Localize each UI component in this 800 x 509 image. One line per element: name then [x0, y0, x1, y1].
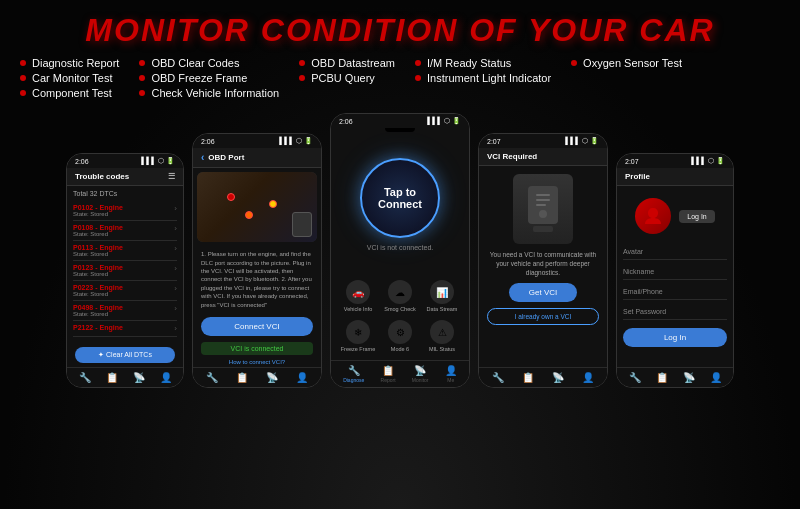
nav-tab-monitor[interactable]: 📡 Monitor	[412, 365, 429, 383]
monitor-icon: 📡	[266, 372, 278, 383]
tc-code: P0123 - Engine	[73, 264, 123, 271]
phone3-nav: 🔧 Diagnose 📋 Report 📡 Monitor 👤 Me	[331, 360, 469, 387]
data-stream-button[interactable]: 📊 Data Stream	[423, 280, 461, 312]
feature-item: I/M Ready Status	[415, 57, 551, 69]
chevron-right-icon: ›	[174, 244, 177, 253]
nav-tab-diagnose[interactable]: 🔧 Diagnose	[343, 365, 364, 383]
tc-sub: State: Stored	[73, 211, 123, 217]
svg-rect-4	[536, 204, 546, 206]
mil-status-button[interactable]: ⚠ MIL Status	[423, 320, 461, 352]
nav-tab-me[interactable]: 👤	[582, 372, 594, 383]
nav-tab-report[interactable]: 📋	[656, 372, 668, 383]
nav-tab-diagnose[interactable]: 🔧	[492, 372, 504, 383]
profile-field-avatar: Avatar	[623, 244, 727, 260]
back-arrow-icon[interactable]: ‹	[201, 152, 204, 163]
nav-tab-me[interactable]: 👤 Me	[445, 365, 457, 383]
nav-tab-diagnose[interactable]: 🔧	[206, 372, 218, 383]
nav-tab-report[interactable]: 📋	[522, 372, 534, 383]
table-row: P2122 - Engine ›	[73, 321, 177, 337]
table-row: P0113 - EngineState: Stored ›	[73, 241, 177, 261]
phone1-signal: ▌▌▌ ⬡ 🔋	[141, 157, 175, 165]
log-in-button-main[interactable]: Log In	[623, 328, 727, 347]
bullet-icon	[139, 90, 145, 96]
mode6-icon: ⚙	[388, 320, 412, 344]
profile-content: Log In Avatar Nickname Email/Phone Set P…	[617, 186, 733, 367]
bullet-icon	[139, 75, 145, 81]
get-vci-button[interactable]: Get VCI	[509, 283, 577, 302]
freeze-icon: ❄	[346, 320, 370, 344]
phone5-signal: ▌▌▌ ⬡ 🔋	[691, 157, 725, 165]
features-col-5: Oxygen Sensor Test	[571, 57, 682, 99]
table-row: P0102 - EngineState: Stored ›	[73, 201, 177, 221]
obd-device-icon	[292, 212, 312, 237]
vehicle-info-button[interactable]: 🚗 Vehicle Info	[339, 280, 377, 312]
obd-indicator-dot	[227, 193, 235, 201]
phone4-title: VCI Required	[487, 152, 537, 161]
already-own-vci-button[interactable]: I already own a VCI	[487, 308, 599, 325]
phone3-icons-row2: ❄ Freeze Frame ⚙ Mode 6 ⚠ MIL Status	[331, 316, 469, 360]
phone5-time: 2:07	[625, 158, 639, 165]
bullet-icon	[20, 90, 26, 96]
phone-trouble-codes: 2:06 ▌▌▌ ⬡ 🔋 Trouble codes ☰ Total 32 DT…	[66, 153, 184, 388]
vci-device-image	[513, 174, 573, 244]
mode6-label: Mode 6	[391, 346, 409, 352]
monitor-icon: 📡	[552, 372, 564, 383]
nav-monitor-label: Monitor	[412, 377, 429, 383]
vci-connection-status: VCI is not connected.	[367, 244, 434, 251]
feature-item: Oxygen Sensor Test	[571, 57, 682, 69]
phone-main: 2:06 ▌▌▌ ⬡ 🔋 Tap to Connect VCI is not c…	[330, 113, 470, 388]
phone4-signal: ▌▌▌ ⬡ 🔋	[565, 137, 599, 145]
profile-field-email: Email/Phone	[623, 284, 727, 300]
log-in-button-small[interactable]: Log In	[679, 210, 714, 223]
nav-tab-monitor[interactable]: 📡	[133, 372, 145, 383]
chevron-right-icon: ›	[174, 264, 177, 273]
nav-tab-me[interactable]: 👤	[296, 372, 308, 383]
phone2-header: ‹ OBD Port	[193, 148, 321, 168]
feature-item: Component Test	[20, 87, 119, 99]
how-to-connect-link[interactable]: How to connect VCI?	[193, 357, 321, 367]
phone3-signal: ▌▌▌ ⬡ 🔋	[427, 117, 461, 125]
feature-item: OBD Freeze Frame	[139, 72, 279, 84]
phone-profile: 2:07 ▌▌▌ ⬡ 🔋 Profile Log In	[616, 153, 734, 388]
feature-item: Diagnostic Report	[20, 57, 119, 69]
nav-tab-diagnose[interactable]: 🔧	[79, 372, 91, 383]
nav-tab-monitor[interactable]: 📡	[552, 372, 564, 383]
tc-code: P2122 - Engine	[73, 324, 123, 331]
clear-all-dtcs-button[interactable]: ✦ Clear All DTCs	[75, 347, 175, 363]
phone2-title: OBD Port	[208, 153, 244, 162]
smog-icon: ☁	[388, 280, 412, 304]
freeze-frame-button[interactable]: ❄ Freeze Frame	[339, 320, 377, 352]
bullet-icon	[415, 60, 421, 66]
phone1-nav: 🔧 📋 📡 👤	[67, 367, 183, 387]
nav-tab-report[interactable]: 📋	[236, 372, 248, 383]
connect-vci-button[interactable]: Connect VCI	[201, 317, 313, 336]
bullet-icon	[299, 75, 305, 81]
tc-sub: State: Stored	[73, 271, 123, 277]
smog-check-button[interactable]: ☁ Smog Check	[381, 280, 419, 312]
tap-connect-area[interactable]: Tap to Connect VCI is not connected.	[331, 132, 469, 276]
diagnose-icon: 🔧	[206, 372, 218, 383]
feature-item: OBD Clear Codes	[139, 57, 279, 69]
tap-to-connect-button[interactable]: Tap to Connect	[360, 158, 440, 238]
phone1-header: Trouble codes ☰	[67, 168, 183, 186]
nav-tab-monitor[interactable]: 📡	[266, 372, 278, 383]
phone5-title: Profile	[625, 172, 650, 181]
nav-tab-monitor[interactable]: 📡	[683, 372, 695, 383]
mode6-button[interactable]: ⚙ Mode 6	[381, 320, 419, 352]
phone5-statusbar: 2:07 ▌▌▌ ⬡ 🔋	[617, 154, 733, 168]
nav-tab-me[interactable]: 👤	[160, 372, 172, 383]
bullet-icon	[139, 60, 145, 66]
nav-tab-me[interactable]: 👤	[710, 372, 722, 383]
nav-tab-report[interactable]: 📋	[106, 372, 118, 383]
features-col-4: I/M Ready Status Instrument Light Indica…	[415, 57, 551, 99]
phone-obd-port: 2:06 ▌▌▌ ⬡ 🔋 ‹ OBD Port 1. Pl	[192, 133, 322, 388]
phone3-statusbar: 2:06 ▌▌▌ ⬡ 🔋	[331, 114, 469, 128]
nav-tab-report[interactable]: 📋 Report	[381, 365, 396, 383]
features-col-3: OBD Datastream PCBU Query	[299, 57, 395, 99]
nav-tab-diagnose[interactable]: 🔧	[629, 372, 641, 383]
feature-label: Check Vehicle Information	[151, 87, 279, 99]
tc-code: P0108 - Engine	[73, 224, 123, 231]
feature-label: Instrument Light Indicator	[427, 72, 551, 84]
vehicle-info-label: Vehicle Info	[344, 306, 372, 312]
diagnose-icon: 🔧	[492, 372, 504, 383]
